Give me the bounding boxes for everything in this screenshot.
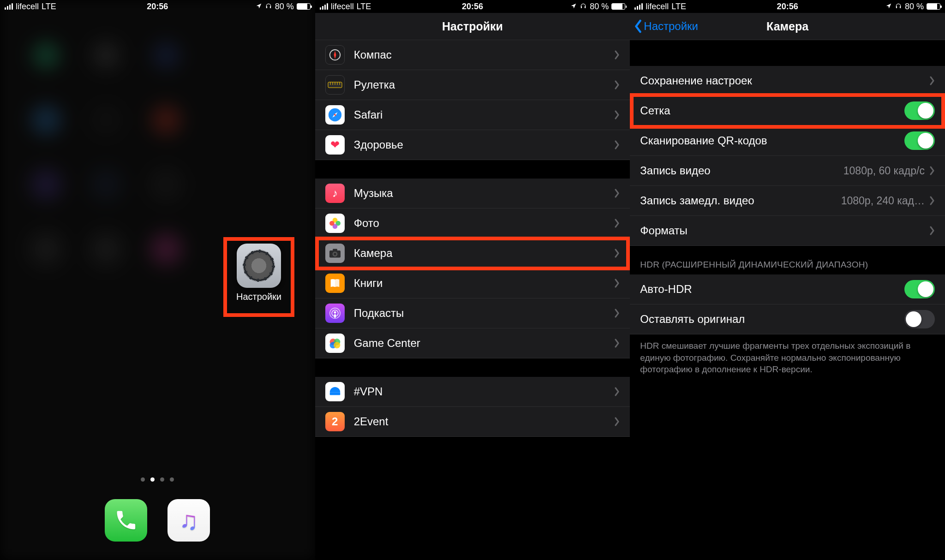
settings-row-2event[interactable]: 2 2Event	[315, 407, 630, 437]
settings-row-compass[interactable]: Компас	[315, 40, 630, 70]
row-label: Форматы	[640, 224, 929, 237]
camera-row-keeporig[interactable]: Оставлять оригинал	[630, 304, 945, 334]
settings-row-measure[interactable]: Рулетка	[315, 70, 630, 100]
svg-rect-0	[266, 6, 267, 8]
status-bar: lifecell LTE 20:56 80 %	[0, 0, 315, 13]
row-label: Здоровье	[354, 138, 615, 151]
signal-bars-icon	[5, 3, 13, 10]
svg-point-26	[334, 342, 340, 348]
battery-icon	[297, 3, 311, 10]
settings-app-icon[interactable]: Настройки	[225, 239, 293, 315]
settings-row-podcasts[interactable]: Подкасты	[315, 298, 630, 328]
podcasts-icon	[325, 304, 345, 323]
measure-icon	[325, 75, 345, 95]
clock: 20:56	[147, 2, 168, 12]
toggle-switch[interactable]	[904, 131, 935, 150]
gear-icon	[237, 244, 281, 288]
music-app-icon[interactable]: ♫	[167, 499, 210, 542]
gamecenter-icon	[325, 334, 345, 353]
settings-row-books[interactable]: Книги	[315, 268, 630, 298]
row-value: 1080p, 60 кадр/с	[843, 165, 925, 177]
page-title: Настройки	[442, 20, 503, 33]
camera-settings-panel: lifecell LTE 20:56 80 % Настройки Камера…	[630, 0, 945, 560]
chevron-right-icon	[614, 249, 620, 258]
row-label: 2Event	[354, 415, 615, 428]
settings-row-gamecenter[interactable]: Game Center	[315, 328, 630, 358]
row-label: #VPN	[354, 385, 615, 398]
chevron-right-icon	[614, 140, 620, 149]
settings-row-camera[interactable]: Камера	[315, 238, 630, 268]
chevron-right-icon	[614, 387, 620, 396]
chevron-right-icon	[614, 309, 620, 318]
network-label: LTE	[671, 2, 686, 12]
signal-bars-icon	[634, 3, 643, 10]
home-screen-panel: lifecell LTE 20:56 80 % Настройки ♫	[0, 0, 315, 560]
safari-icon	[325, 105, 345, 125]
photos-icon	[325, 214, 345, 233]
toggle-switch[interactable]	[904, 101, 935, 120]
svg-rect-28	[896, 6, 897, 8]
headphones-icon	[895, 2, 902, 12]
camera-row-video[interactable]: Запись видео1080p, 60 кадр/с	[630, 156, 945, 186]
books-icon	[325, 274, 345, 293]
chevron-right-icon	[929, 226, 935, 235]
row-label: Музыка	[354, 187, 615, 200]
settings-row-photos[interactable]: Фото	[315, 209, 630, 238]
location-icon	[885, 2, 892, 12]
headphones-icon	[265, 2, 272, 12]
chevron-right-icon	[929, 166, 935, 175]
page-title: Камера	[766, 20, 808, 33]
chevron-right-icon	[614, 219, 620, 228]
network-label: LTE	[357, 2, 371, 12]
back-label: Настройки	[644, 20, 698, 33]
dock: ♫	[0, 499, 315, 542]
camera-row-slomo[interactable]: Запись замедл. видео1080p, 240 кад…	[630, 186, 945, 216]
row-label: Камера	[354, 247, 615, 260]
settings-row-vpn[interactable]: #VPN	[315, 377, 630, 407]
carrier-label: lifecell	[16, 2, 39, 12]
toggle-switch[interactable]	[904, 310, 935, 328]
nav-header: Настройки Камера	[630, 13, 945, 40]
chevron-right-icon	[614, 110, 620, 119]
row-value: 1080p, 240 кад…	[841, 195, 925, 207]
chevron-right-icon	[614, 50, 620, 60]
row-label: Safari	[354, 108, 615, 121]
battery-pct: 80 %	[275, 2, 294, 12]
health-icon: ❤	[325, 135, 345, 155]
nav-header: Настройки	[315, 13, 630, 40]
chevron-right-icon	[614, 279, 620, 288]
location-icon	[256, 2, 262, 12]
toggle-switch[interactable]	[904, 280, 935, 298]
svg-point-15	[329, 221, 335, 226]
camera-settings-list[interactable]: Сохранение настроек Сетка Сканирование Q…	[630, 40, 945, 560]
compass-icon	[325, 45, 345, 65]
camera-row-qr[interactable]: Сканирование QR-кодов	[630, 126, 945, 156]
chevron-right-icon	[929, 196, 935, 205]
chevron-right-icon	[929, 76, 935, 85]
battery-icon	[927, 3, 940, 10]
clock: 20:56	[462, 2, 483, 12]
settings-row-health[interactable]: ❤ Здоровье	[315, 130, 630, 160]
settings-row-safari[interactable]: Safari	[315, 100, 630, 130]
back-button[interactable]: Настройки	[634, 13, 698, 40]
hdr-section-footer: HDR смешивает лучшие фрагменты трех отде…	[630, 334, 945, 385]
svg-rect-1	[270, 6, 271, 8]
camera-row-autohdr[interactable]: Авто-HDR	[630, 274, 945, 304]
row-label: Подкасты	[354, 307, 615, 320]
music-icon: ♪	[325, 184, 345, 203]
carrier-label: lifecell	[331, 2, 354, 12]
row-label: Запись видео	[640, 164, 843, 177]
page-indicator[interactable]	[0, 477, 315, 482]
settings-row-music[interactable]: ♪ Музыка	[315, 179, 630, 209]
camera-row-formats[interactable]: Форматы	[630, 216, 945, 246]
svg-point-19	[334, 253, 336, 256]
phone-app-icon[interactable]	[105, 499, 147, 542]
vpn-icon	[325, 382, 345, 401]
row-label: Сканирование QR-кодов	[640, 134, 904, 147]
camera-row-grid[interactable]: Сетка	[630, 96, 945, 126]
battery-pct: 80 %	[905, 2, 924, 12]
settings-list[interactable]: Компас Рулетка Safari ❤ Здоровье ♪ Музык…	[315, 40, 630, 560]
row-label: Оставлять оригинал	[640, 313, 904, 326]
carrier-label: lifecell	[646, 2, 669, 12]
camera-row-preserve[interactable]: Сохранение настроек	[630, 66, 945, 96]
